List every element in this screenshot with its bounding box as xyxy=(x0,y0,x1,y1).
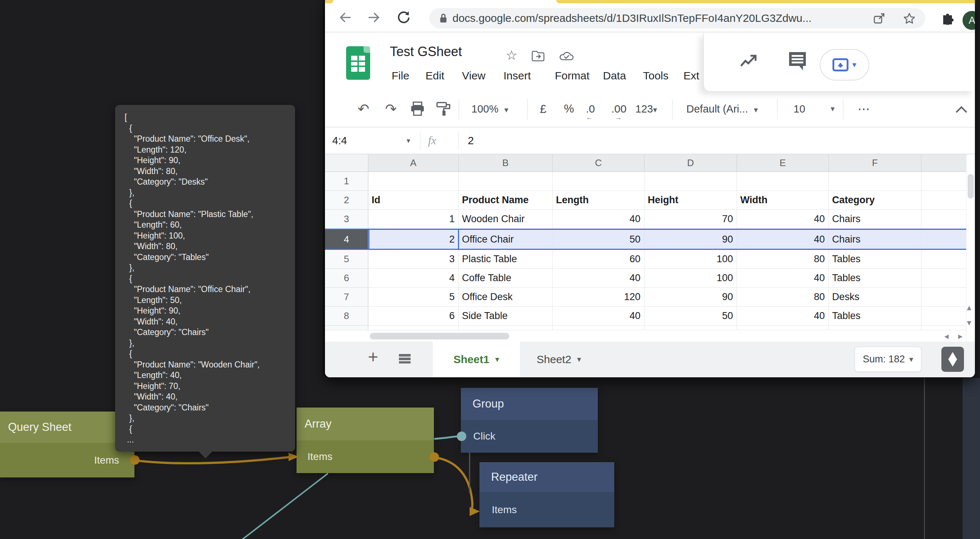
menu-extensions[interactable]: Ext xyxy=(683,70,699,82)
horizontal-scrollbar[interactable]: ◂ ▸ xyxy=(325,330,975,342)
cell-F7[interactable]: Desks xyxy=(829,288,921,307)
toolbar-more-button[interactable]: ⋯ xyxy=(858,102,871,116)
cell-B7[interactable]: Office Desk xyxy=(459,288,553,307)
bookmark-star-icon[interactable] xyxy=(903,12,916,25)
cell-D6[interactable]: 100 xyxy=(644,269,737,288)
cell-B5[interactable]: Plastic Table xyxy=(459,250,553,269)
scroll-up-icon[interactable]: ▴ xyxy=(967,302,971,312)
cell-E5[interactable]: 80 xyxy=(737,250,829,269)
cell-D1[interactable] xyxy=(644,172,737,191)
font-size-caret[interactable]: ▾ xyxy=(830,104,835,114)
collapse-toolbar-icon[interactable] xyxy=(956,106,967,117)
row-header-2[interactable]: 2 xyxy=(325,191,368,210)
column-header-D[interactable]: D xyxy=(644,154,737,172)
present-button[interactable]: ▾ xyxy=(820,49,869,81)
cell-E7[interactable]: 80 xyxy=(737,288,829,307)
row-header-1[interactable]: 1 xyxy=(325,172,368,191)
cell-F6[interactable]: Tables xyxy=(829,269,921,288)
cell-A2[interactable]: Id xyxy=(368,191,459,210)
sheet1-menu-caret[interactable]: ▾ xyxy=(495,355,499,364)
node-array[interactable]: Array Items xyxy=(297,407,434,473)
scroll-right-icon[interactable]: ▸ xyxy=(958,331,963,341)
cell-C7[interactable]: 120 xyxy=(553,288,644,307)
paint-format-icon[interactable] xyxy=(436,101,452,117)
star-document-icon[interactable]: ☆ xyxy=(506,48,517,63)
scroll-down-icon[interactable]: ▾ xyxy=(967,318,971,328)
row-header-3[interactable]: 3 xyxy=(325,210,368,229)
number-format-button[interactable]: 123▾ xyxy=(635,103,657,115)
add-sheet-button[interactable]: + xyxy=(368,347,378,367)
cell-B1[interactable] xyxy=(459,172,553,191)
sheet2-menu-caret[interactable]: ▾ xyxy=(577,355,581,364)
cell-C3[interactable]: 40 xyxy=(553,210,644,229)
document-title[interactable]: Test GSheet xyxy=(390,44,462,59)
cell-D8[interactable]: 50 xyxy=(644,307,737,326)
explore-button[interactable] xyxy=(941,347,964,372)
undo-icon[interactable]: ↶ xyxy=(358,101,369,117)
menu-file[interactable]: File xyxy=(391,70,409,82)
activity-trend-icon[interactable] xyxy=(740,54,759,69)
sum-indicator[interactable]: Sum: 182 ▾ xyxy=(855,347,921,372)
forward-icon[interactable] xyxy=(366,11,381,24)
cell-D7[interactable]: 90 xyxy=(644,288,737,307)
menu-view[interactable]: View xyxy=(462,70,485,82)
cell-A5[interactable]: 3 xyxy=(368,250,459,269)
column-header-A[interactable]: A xyxy=(368,154,459,172)
menu-tools[interactable]: Tools xyxy=(643,70,668,82)
cell-C5[interactable]: 60 xyxy=(553,250,644,269)
node-repeater[interactable]: Repeater Items xyxy=(479,462,614,527)
cell-E2[interactable]: Width xyxy=(737,191,829,210)
comment-icon[interactable] xyxy=(787,51,808,73)
cell-F4[interactable]: Chairs xyxy=(829,230,921,249)
cell-F8[interactable]: Tables xyxy=(829,307,921,326)
cell-A8[interactable]: 6 xyxy=(368,307,459,326)
column-header-G-partial[interactable] xyxy=(921,154,966,172)
decrease-decimals-button[interactable]: .0 xyxy=(586,103,595,115)
cell-F5[interactable]: Tables xyxy=(829,250,921,269)
format-percent-button[interactable]: % xyxy=(564,102,574,116)
sheet-tab-sheet1[interactable]: Sheet1 ▾ xyxy=(433,342,520,377)
address-bar[interactable]: docs.google.com/spreadsheets/d/1D3IRuxIl… xyxy=(429,8,925,29)
cell-D3[interactable]: 70 xyxy=(644,210,737,229)
sum-caret[interactable]: ▾ xyxy=(909,355,913,364)
formula-input[interactable]: 2 xyxy=(468,134,474,147)
share-page-icon[interactable] xyxy=(873,13,885,25)
menu-data[interactable]: Data xyxy=(603,70,626,82)
sheet-tab-sheet2[interactable]: Sheet2 ▾ xyxy=(537,342,581,377)
column-header-F[interactable]: F xyxy=(829,154,921,172)
cell-D5[interactable]: 100 xyxy=(644,250,737,269)
name-box-caret[interactable]: ▾ xyxy=(407,136,410,145)
back-icon[interactable] xyxy=(338,11,353,24)
increase-decimals-button[interactable]: .00 xyxy=(611,103,627,115)
cell-E8[interactable]: 40 xyxy=(737,307,829,326)
cell-A3[interactable]: 1 xyxy=(368,210,459,229)
cell-A6[interactable]: 4 xyxy=(368,269,459,288)
name-box[interactable]: 4:4 xyxy=(332,135,347,147)
column-header-B[interactable]: B xyxy=(459,154,553,172)
cell-C4[interactable]: 50 xyxy=(553,230,644,249)
menu-insert[interactable]: Insert xyxy=(503,70,531,82)
scroll-left-icon[interactable]: ◂ xyxy=(944,331,949,341)
print-icon[interactable] xyxy=(409,101,426,117)
column-header-E[interactable]: E xyxy=(737,154,829,172)
cell-B8[interactable]: Side Table xyxy=(459,307,553,326)
cell-B3[interactable]: Wooden Chair xyxy=(459,210,553,229)
cell-C8[interactable]: 40 xyxy=(553,307,644,326)
row-header-6[interactable]: 6 xyxy=(325,269,368,288)
reload-icon[interactable] xyxy=(396,10,411,25)
cell-A1[interactable] xyxy=(368,172,459,191)
font-size-select[interactable]: 10 xyxy=(794,103,805,115)
cell-E1[interactable] xyxy=(737,172,829,191)
cloud-saved-icon[interactable] xyxy=(559,51,575,62)
row-header-5[interactable]: 5 xyxy=(325,250,368,269)
browser-profile-avatar[interactable]: A xyxy=(963,11,975,30)
cell-E6[interactable]: 40 xyxy=(737,269,829,288)
menu-format[interactable]: Format xyxy=(555,70,589,82)
cell-F3[interactable]: Chairs xyxy=(829,210,921,229)
zoom-select[interactable]: 100% ▾ xyxy=(471,103,508,115)
cell-C1[interactable] xyxy=(553,172,644,191)
cell-B4[interactable]: Office Chair xyxy=(459,230,553,249)
font-select[interactable]: Default (Ari... ▾ xyxy=(686,103,758,115)
cell-D4[interactable]: 90 xyxy=(644,230,737,249)
node-query-sheet[interactable]: Query Sheet Items xyxy=(0,412,134,477)
